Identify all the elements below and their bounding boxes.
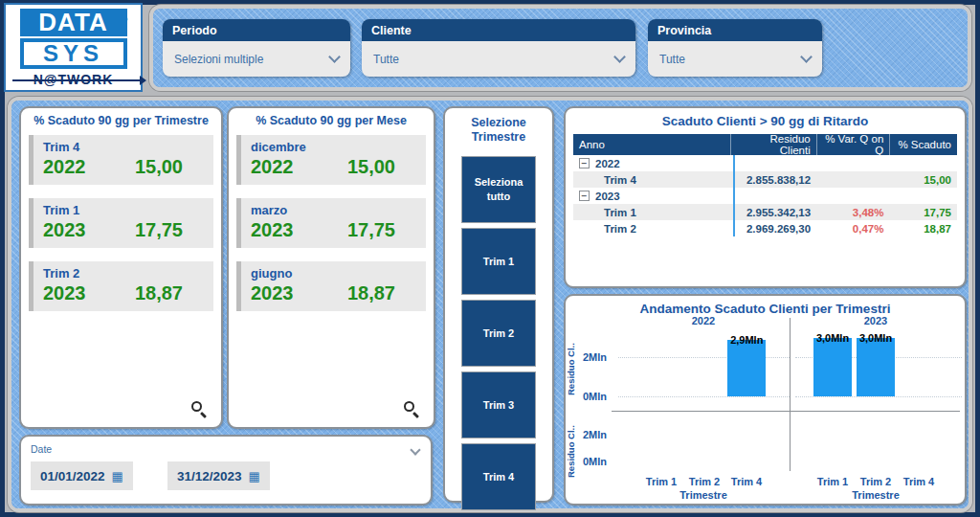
- logo-network-text: N@TWORK: [20, 72, 127, 87]
- filter-periodo-title: Periodo: [163, 19, 350, 41]
- y-tick: 2Mln: [583, 429, 617, 440]
- chevron-down-icon[interactable]: [800, 51, 813, 63]
- slicer-button-trim-4[interactable]: Trim 4: [461, 443, 536, 510]
- kpi-tile[interactable]: Trim 4 202215,00: [29, 135, 213, 185]
- filter-cliente-title: Cliente: [362, 19, 635, 41]
- kpi-tile[interactable]: Trim 2 202318,87: [29, 261, 213, 311]
- table-row-group[interactable]: −2023: [573, 188, 957, 204]
- panel-scaduto-clienti: Scaduto Clienti > 90 gg di Ritardo Anno …: [564, 106, 967, 288]
- slicer-button-trim-3[interactable]: Trim 3: [461, 371, 536, 438]
- table-row[interactable]: Trim 2 2.969.269,30 0,47% 18,87: [573, 220, 957, 236]
- kpi-year: 2023: [43, 219, 86, 241]
- x-tick: Trim 4: [893, 476, 945, 487]
- column-header-var[interactable]: % Var. Q on Q: [816, 134, 890, 155]
- table-row[interactable]: Trim 1 2.955.342,13 3,48% 17,75: [573, 204, 957, 220]
- bar[interactable]: [813, 338, 852, 396]
- calendar-icon[interactable]: ▦: [112, 469, 123, 483]
- kpi-value: 18,87: [347, 282, 395, 304]
- slicer-button-trim-2[interactable]: Trim 2: [461, 300, 536, 367]
- kpi-value: 17,75: [135, 219, 183, 241]
- kpi-year: 2022: [251, 156, 294, 178]
- logo-sys-text: SYS: [20, 38, 127, 69]
- bar[interactable]: [857, 338, 895, 396]
- x-tick: Trim 4: [721, 476, 772, 487]
- date-label: Date: [31, 443, 52, 455]
- gridline: [795, 396, 962, 397]
- x-axis-title: Trimestre: [837, 489, 914, 501]
- panel-andamento-chart: Andamento Scaduto Clienti per Trimestri …: [564, 294, 967, 506]
- search-icon[interactable]: [190, 400, 208, 417]
- date-start-input[interactable]: 01/01/2022 ▦: [31, 461, 133, 490]
- table-header: Anno Residuo Clienti % Var. Q on Q % Sca…: [573, 134, 957, 155]
- chevron-down-icon[interactable]: [328, 51, 341, 63]
- table-title: Scaduto Clienti > 90 gg di Ritardo: [566, 108, 965, 128]
- kpi-year: 2023: [43, 282, 86, 304]
- facet-header-2022: 2022: [675, 315, 732, 326]
- chevron-down-icon[interactable]: [613, 51, 626, 63]
- bar-data-label: 2,9Mln: [720, 334, 773, 346]
- chart-title: Andamento Scaduto Clienti per Trimestri: [566, 296, 965, 316]
- filter-provincia-value: Tutte: [659, 53, 685, 66]
- filter-cliente-value: Tutte: [373, 53, 399, 66]
- gridline: [618, 396, 790, 397]
- filter-provincia: Provincia Tutte: [648, 19, 822, 77]
- registered-mark: ®: [122, 6, 129, 34]
- x-axis-title: Trimestre: [665, 489, 742, 501]
- bar-data-label: 3,0Mln: [849, 332, 902, 344]
- panel-title: % Scaduto 90 gg per Trimestre: [21, 108, 221, 127]
- column-divider: [733, 155, 735, 236]
- chevron-down-icon[interactable]: [410, 444, 420, 455]
- filter-provincia-title: Provincia: [648, 19, 822, 41]
- facet-header-2023: 2023: [847, 315, 904, 326]
- kpi-tile[interactable]: Trim 1 202317,75: [29, 198, 213, 248]
- kpi-value: 15,00: [135, 156, 183, 178]
- search-icon[interactable]: [403, 400, 420, 417]
- logo-data-text: DATA®: [20, 9, 127, 36]
- column-header-scaduto[interactable]: % Scaduto: [889, 134, 957, 155]
- bar[interactable]: [727, 340, 766, 396]
- kpi-value: 15,00: [347, 156, 395, 178]
- filter-cliente-dropdown[interactable]: Tutte: [362, 41, 635, 77]
- facet-row-divider: [612, 411, 960, 412]
- date-end-input[interactable]: 31/12/2023 ▦: [167, 461, 270, 490]
- kpi-year: 2023: [251, 282, 294, 304]
- kpi-year: 2023: [251, 219, 294, 241]
- filter-periodo: Periodo Selezioni multiple: [163, 19, 350, 77]
- slicer-button-seleziona-tutto[interactable]: Seleziona tutto: [461, 156, 536, 223]
- filter-periodo-value: Selezioni multiple: [174, 53, 263, 66]
- table-row[interactable]: Trim 4 2.855.838,12 15,00: [573, 171, 957, 188]
- calendar-icon[interactable]: ▦: [249, 469, 260, 483]
- kpi-tile[interactable]: giugno 202318,87: [236, 261, 426, 311]
- facet-column-divider: [790, 318, 791, 471]
- slicer-title: Selezione Trimestre: [445, 108, 552, 145]
- panel-scaduto-trimestre: % Scaduto 90 gg per Trimestre Trim 4 202…: [19, 106, 223, 429]
- dashboard: DATA® SYS N@TWORK Periodo Selezioni mult…: [0, 0, 980, 517]
- column-header-residuo[interactable]: Residuo Clienti: [730, 134, 816, 155]
- filter-periodo-dropdown[interactable]: Selezioni multiple: [163, 41, 350, 77]
- panel-selezione-trimestre: Selezione Trimestre Seleziona tutto Trim…: [443, 106, 554, 503]
- filter-provincia-dropdown[interactable]: Tutte: [648, 41, 822, 77]
- y-tick: 0Mln: [583, 456, 617, 467]
- kpi-year: 2022: [43, 156, 86, 178]
- kpi-value: 17,75: [347, 219, 395, 241]
- collapse-icon[interactable]: −: [579, 191, 590, 201]
- logo-arrow: [140, 76, 146, 85]
- company-logo: DATA® SYS N@TWORK: [4, 3, 143, 92]
- matrix-table: Anno Residuo Clienti % Var. Q on Q % Sca…: [573, 134, 957, 236]
- y-axis-title: Residuo Cl..: [566, 336, 579, 403]
- slicer-button-trim-1[interactable]: Trim 1: [461, 228, 536, 295]
- bar-chart: 2022 2023 Residuo Cl.. 2Mln 0Mln Residuo…: [566, 315, 965, 504]
- y-tick: 0Mln: [583, 391, 617, 402]
- panel-scaduto-mese: % Scaduto 90 gg per Mese dicembre 202215…: [227, 106, 435, 429]
- collapse-icon[interactable]: −: [579, 158, 590, 169]
- table-row-group[interactable]: −2022: [573, 155, 957, 171]
- filter-cliente: Cliente Tutte: [362, 19, 635, 77]
- kpi-tile[interactable]: dicembre 202215,00: [236, 135, 426, 185]
- panel-title: % Scaduto 90 gg per Mese: [229, 108, 434, 127]
- y-axis-title: Residuo Cl..: [566, 418, 579, 485]
- y-tick: 2Mln: [583, 351, 617, 363]
- kpi-value: 18,87: [135, 282, 183, 304]
- panel-date: Date 01/01/2022 ▦ 31/12/2023 ▦: [19, 435, 433, 506]
- column-header-anno[interactable]: Anno: [573, 139, 730, 150]
- kpi-tile[interactable]: marzo 202317,75: [236, 198, 426, 248]
